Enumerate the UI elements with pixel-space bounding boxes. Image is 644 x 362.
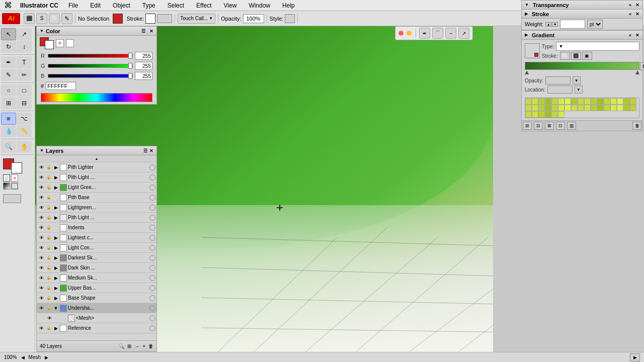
- opacity-input[interactable]: 100%: [243, 14, 264, 23]
- layer-new-btn[interactable]: +: [142, 343, 145, 349]
- scale-tool[interactable]: ⊞: [1, 97, 16, 109]
- gradient-swatch-btn[interactable]: [3, 183, 10, 190]
- layer-lock-btn[interactable]: [54, 315, 60, 321]
- default-colors-btn[interactable]: ⬜: [3, 174, 10, 182]
- layer-lock-btn[interactable]: 🔒: [46, 295, 52, 301]
- gradient-swatch-item[interactable]: [538, 111, 545, 118]
- layer-visibility-btn[interactable]: 👁: [38, 325, 45, 332]
- gradient-ctrl-4[interactable]: ⊡: [556, 122, 565, 130]
- gradient-opacity-dropdown[interactable]: ▼: [573, 76, 581, 84]
- gradient-delete-btn[interactable]: 🗑: [640, 62, 644, 70]
- stroke-color-selector[interactable]: [45, 40, 54, 49]
- gradient-ctrl-3[interactable]: ⊠: [545, 122, 554, 130]
- layer-expand-btn[interactable]: ▶: [53, 205, 59, 211]
- pencil-tool[interactable]: ✏: [17, 69, 32, 81]
- layer-visibility-btn[interactable]: 👁: [38, 254, 45, 261]
- gradient-swatch-item[interactable]: [545, 111, 551, 118]
- gradient-delete[interactable]: 🗑: [632, 122, 641, 130]
- toolbar-btn2[interactable]: S: [36, 13, 47, 24]
- gradient-swatch-item[interactable]: [623, 105, 630, 111]
- weight-down-btn[interactable]: ▼: [552, 22, 558, 27]
- gradient-swatch-item[interactable]: [617, 105, 623, 111]
- gradient-swatch-item[interactable]: [604, 105, 610, 111]
- none-btn[interactable]: ✕: [11, 174, 18, 182]
- layer-target-btn[interactable]: [149, 245, 155, 251]
- layer-expand-btn[interactable]: ▼: [53, 305, 59, 311]
- gradient-swatch-item[interactable]: [538, 105, 545, 111]
- weight-input[interactable]: [560, 20, 585, 29]
- gradient-swatch-item[interactable]: [558, 105, 565, 111]
- stroke-expand-icon[interactable]: ▶: [525, 12, 528, 16]
- gradient-ctrl-2[interactable]: ⊟: [534, 122, 543, 130]
- layer-target-btn[interactable]: [149, 215, 155, 221]
- menu-effect[interactable]: Effect: [194, 1, 213, 10]
- layer-target-btn[interactable]: [149, 164, 155, 170]
- gradient-ctrl-1[interactable]: ⊞: [523, 122, 532, 130]
- layer-visibility-btn[interactable]: 👁: [38, 305, 45, 312]
- none-swatch-btn[interactable]: [11, 183, 18, 190]
- layer-row[interactable]: 👁🔒▶Base Shape: [37, 293, 156, 303]
- gradient-swatch-item[interactable]: [551, 111, 558, 118]
- b-value-input[interactable]: [135, 72, 152, 80]
- gradient-swatch-item[interactable]: [584, 98, 591, 105]
- gradient-swatch-item[interactable]: [597, 98, 604, 105]
- layer-visibility-btn[interactable]: 👁: [38, 264, 45, 272]
- toolbar-btn3[interactable]: ⬜: [49, 13, 60, 24]
- hand-tool[interactable]: ✋: [17, 141, 32, 153]
- stroke-close[interactable]: ✕: [635, 12, 639, 17]
- scroll-right-btn[interactable]: ▶: [45, 355, 48, 360]
- menu-select[interactable]: Select: [166, 1, 186, 10]
- layer-expand-btn[interactable]: ▶: [53, 185, 59, 191]
- gradient-swatch-item[interactable]: [525, 98, 532, 105]
- menu-edit[interactable]: Edit: [88, 1, 103, 10]
- layer-row[interactable]: 👁<Mesh>: [37, 313, 156, 323]
- touch-call-dropdown[interactable]: Touch Call... ▼: [178, 14, 215, 24]
- b-slider-thumb[interactable]: [128, 73, 132, 79]
- r-value-input[interactable]: [135, 52, 152, 60]
- layer-lock-btn[interactable]: 🔒: [46, 285, 52, 291]
- gradient-swatch-item[interactable]: [610, 98, 617, 105]
- stroke-double-arrow[interactable]: «: [629, 12, 631, 17]
- layer-target-btn[interactable]: [149, 315, 155, 321]
- layer-target-btn[interactable]: [149, 235, 155, 241]
- layer-lock-btn[interactable]: 🔒: [46, 185, 52, 191]
- style-box[interactable]: [285, 14, 295, 23]
- gradient-swatch-item[interactable]: [545, 105, 551, 111]
- layer-row[interactable]: 👁🔒▼Undersha...: [37, 303, 156, 313]
- layer-target-btn[interactable]: [149, 285, 155, 291]
- r-slider-thumb[interactable]: [128, 53, 132, 59]
- direct-select-tool[interactable]: ↗: [17, 28, 32, 40]
- gradient-bar[interactable]: 🗑: [525, 62, 639, 70]
- gradient-swatch-item[interactable]: [610, 105, 617, 111]
- layer-row[interactable]: 👁🔒▶Reference: [37, 323, 156, 333]
- gradient-swatch-item[interactable]: [558, 98, 565, 105]
- weight-unit-select[interactable]: pt: [587, 20, 603, 29]
- gradient-swatch-item[interactable]: [532, 105, 538, 111]
- layer-lock-btn[interactable]: 🔒: [46, 174, 52, 180]
- trans-expand-icon[interactable]: ▼: [525, 3, 529, 7]
- menu-view[interactable]: View: [222, 1, 239, 10]
- layer-visibility-btn[interactable]: 👁: [38, 214, 45, 221]
- layer-row[interactable]: 👁🔒▶Light Con...: [37, 243, 156, 253]
- layer-expand-btn[interactable]: ▶: [53, 164, 59, 170]
- layer-new-sublayer-btn[interactable]: ⊞: [127, 343, 131, 349]
- layer-visibility-btn[interactable]: 👁: [38, 174, 45, 181]
- gradient-stop-2[interactable]: [635, 70, 639, 74]
- brush-tool[interactable]: ✎: [1, 69, 16, 81]
- gradient-swatch-item[interactable]: [571, 105, 578, 111]
- layer-row[interactable]: 👁🔒Indents: [37, 223, 156, 233]
- layer-target-btn[interactable]: [149, 295, 155, 301]
- layer-move-btn[interactable]: →: [134, 343, 139, 349]
- scroll-left-btn[interactable]: ◀: [21, 355, 25, 360]
- color-panel-menu[interactable]: ☰: [141, 29, 145, 34]
- gradient-swatch-item[interactable]: [525, 105, 532, 111]
- stroke-width-input[interactable]: [157, 14, 172, 23]
- layer-lock-btn[interactable]: 🔒: [46, 275, 52, 281]
- layer-expand-btn[interactable]: ▶: [53, 275, 59, 281]
- layer-target-btn[interactable]: [149, 305, 155, 311]
- select-tool[interactable]: ↖: [1, 28, 16, 40]
- stroke-btn-3[interactable]: ▣: [582, 52, 592, 60]
- layer-expand-btn[interactable]: ▶: [53, 174, 59, 180]
- layer-expand-btn[interactable]: ▶: [53, 265, 59, 271]
- layer-expand-btn[interactable]: ▶: [53, 245, 59, 251]
